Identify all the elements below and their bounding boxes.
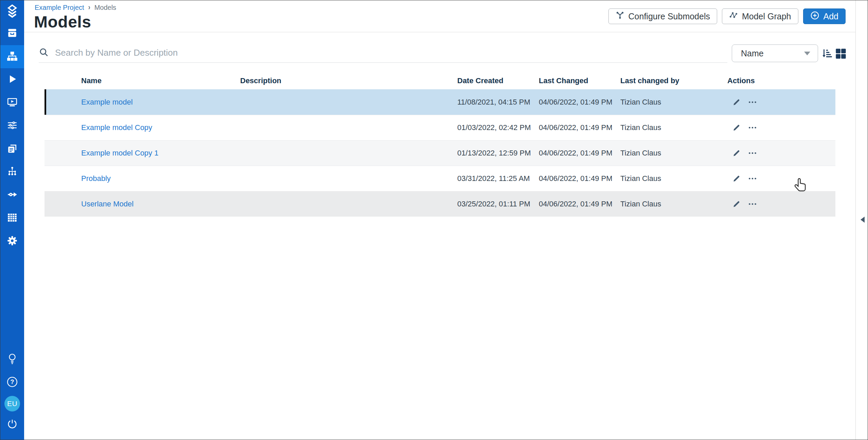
model-last-changed-by: Tizian Claus: [620, 149, 727, 158]
column-header-name: Name: [81, 76, 240, 85]
archive-box-icon: [7, 28, 18, 40]
sidebar-item-play[interactable]: [0, 68, 24, 91]
model-date-created: 11/08/2021, 04:15 PM: [457, 98, 539, 107]
model-name-link[interactable]: Example model: [81, 98, 133, 106]
sort-by-dropdown[interactable]: Name: [732, 44, 818, 62]
model-last-changed: 04/06/2022, 01:49 PM: [539, 123, 620, 132]
add-label: Add: [823, 12, 838, 21]
sidebar-item-flow[interactable]: [0, 184, 24, 207]
model-name-link[interactable]: Example model Copy: [81, 123, 152, 132]
model-date-created: 01/03/2022, 02:42 PM: [457, 123, 539, 132]
breadcrumb-project-link[interactable]: Example Project: [35, 4, 84, 12]
sidebar-item-data-table[interactable]: [0, 207, 24, 230]
models-table: Name Description Date Created Last Chang…: [45, 72, 835, 217]
model-date-created: 01/13/2022, 12:59 PM: [457, 149, 539, 158]
column-header-last-changed: Last Changed: [539, 76, 620, 85]
add-button[interactable]: Add: [803, 8, 846, 24]
edit-pencil-icon[interactable]: [732, 200, 741, 208]
power-icon: [7, 419, 18, 431]
edit-pencil-icon[interactable]: [732, 174, 741, 183]
userlane-logo[interactable]: [0, 0, 24, 22]
model-date-created: 03/25/2022, 01:11 PM: [457, 200, 539, 208]
top-action-buttons: Configure Submodels Model Graph Add: [608, 8, 846, 24]
model-date-created: 03/31/2022, 11:25 AM: [457, 174, 539, 183]
sidebar-item-account[interactable]: EU: [0, 394, 24, 413]
sidebar-item-video[interactable]: [0, 91, 24, 114]
table-row[interactable]: Example model 11/08/2021, 04:15 PM 04/06…: [45, 89, 835, 115]
model-last-changed: 04/06/2022, 01:49 PM: [539, 149, 620, 158]
configure-submodels-label: Configure Submodels: [628, 12, 710, 21]
configure-submodels-button[interactable]: Configure Submodels: [608, 8, 717, 24]
model-last-changed-by: Tizian Claus: [620, 123, 727, 132]
search-input[interactable]: [55, 48, 727, 58]
chevron-down-icon: [804, 52, 810, 55]
edit-pencil-icon[interactable]: [732, 149, 741, 158]
table-row[interactable]: Userlane Model 03/25/2022, 01:11 PM 04/0…: [45, 191, 835, 217]
sidebar: ? EU: [0, 0, 24, 440]
sidebar-item-settings[interactable]: [0, 230, 24, 253]
right-panel-strip: [855, 0, 868, 440]
sidebar-item-logout[interactable]: [0, 413, 24, 436]
edit-pencil-icon[interactable]: [732, 123, 741, 132]
table-header-row: Name Description Date Created Last Chang…: [45, 72, 835, 89]
svg-text:?: ?: [10, 379, 14, 385]
sort-by-value: Name: [741, 49, 764, 58]
model-last-changed-by: Tizian Claus: [620, 174, 727, 183]
model-graph-label: Model Graph: [742, 12, 791, 21]
submodel-branch-icon: [616, 11, 624, 22]
user-avatar: EU: [4, 396, 20, 411]
model-last-changed: 04/06/2022, 01:49 PM: [539, 98, 620, 107]
column-header-last-changed-by: Last changed by: [620, 76, 727, 85]
grid-view-icon[interactable]: [835, 48, 847, 61]
more-options-ellipsis-icon[interactable]: [748, 174, 757, 183]
model-last-changed: 04/06/2022, 01:49 PM: [539, 200, 620, 208]
gear-icon: [7, 235, 18, 248]
more-options-ellipsis-icon[interactable]: [748, 200, 757, 208]
table-row[interactable]: Example model Copy 1 01/13/2022, 12:59 P…: [45, 140, 835, 166]
video-player-icon: [7, 97, 18, 109]
more-options-ellipsis-icon[interactable]: [748, 98, 757, 107]
more-options-ellipsis-icon[interactable]: [748, 149, 757, 158]
sidebar-item-node-tree[interactable]: [0, 161, 24, 184]
model-graph-button[interactable]: Model Graph: [722, 8, 798, 24]
model-last-changed-by: Tizian Claus: [620, 98, 727, 107]
lightbulb-icon: [7, 353, 17, 366]
model-last-changed: 04/06/2022, 01:49 PM: [539, 174, 620, 183]
sidebar-bottom-group: ? EU: [0, 348, 24, 436]
page-title: Models: [34, 13, 91, 31]
sitemap-icon: [6, 51, 18, 63]
sliders-icon: [7, 120, 18, 132]
sidebar-item-copies[interactable]: [0, 138, 24, 161]
breadcrumb-chevron-icon: ›: [88, 3, 90, 12]
table-row[interactable]: Example model Copy 01/03/2022, 02:42 PM …: [45, 115, 835, 140]
sidebar-item-settings-sliders[interactable]: [0, 114, 24, 138]
model-graph-icon: [729, 11, 738, 22]
header-divider: [24, 32, 856, 32]
column-header-actions: Actions: [727, 76, 835, 85]
add-circle-icon: [810, 11, 819, 22]
model-name-link[interactable]: Probably: [81, 174, 111, 183]
model-name-link[interactable]: Example model Copy 1: [81, 149, 158, 157]
table-row[interactable]: Probably 03/31/2022, 11:25 AM 04/06/2022…: [45, 166, 835, 191]
collapse-panel-arrow-icon[interactable]: [861, 217, 865, 223]
sidebar-item-archive[interactable]: [0, 22, 24, 45]
model-name-link[interactable]: Userlane Model: [81, 200, 134, 208]
breadcrumb: Example Project › Models: [35, 4, 116, 12]
column-header-date-created: Date Created: [457, 76, 539, 85]
node-tree-icon: [7, 166, 18, 178]
sidebar-item-models[interactable]: [0, 45, 24, 68]
more-options-ellipsis-icon[interactable]: [748, 123, 757, 132]
search-icon: [39, 47, 49, 59]
sort-descending-icon[interactable]: [821, 48, 833, 60]
main-content: Example Project › Models Models Configur…: [24, 0, 856, 440]
sidebar-item-tips[interactable]: [0, 348, 24, 371]
edit-pencil-icon[interactable]: [732, 98, 741, 107]
sidebar-item-help[interactable]: ?: [0, 371, 24, 394]
help-circle-icon: ?: [6, 376, 18, 389]
search-bar: [39, 43, 727, 63]
breadcrumb-current: Models: [94, 4, 116, 12]
data-table-icon: [7, 212, 18, 224]
column-header-description: Description: [240, 76, 457, 85]
table-body: Example model 11/08/2021, 04:15 PM 04/06…: [45, 89, 835, 217]
flow-arrow-icon: [7, 189, 18, 201]
